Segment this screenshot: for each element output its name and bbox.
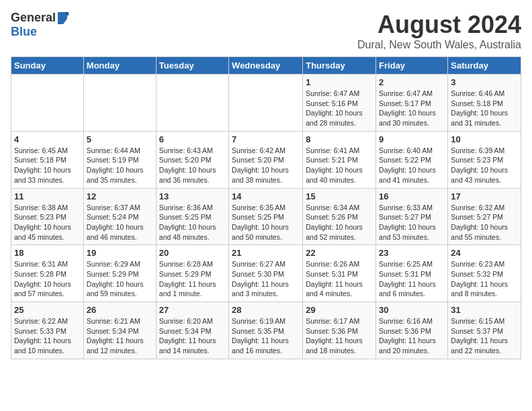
calendar-week-3: 11Sunrise: 6:38 AM Sunset: 5:23 PM Dayli… bbox=[11, 188, 521, 245]
day-number: 13 bbox=[159, 191, 226, 201]
calendar-cell: 5Sunrise: 6:44 AM Sunset: 5:19 PM Daylig… bbox=[83, 131, 156, 188]
day-info: Sunrise: 6:37 AM Sunset: 5:24 PM Dayligh… bbox=[87, 203, 153, 242]
day-number: 8 bbox=[306, 134, 373, 144]
calendar-week-4: 18Sunrise: 6:31 AM Sunset: 5:28 PM Dayli… bbox=[11, 245, 521, 302]
calendar-cell: 23Sunrise: 6:25 AM Sunset: 5:31 PM Dayli… bbox=[376, 245, 448, 302]
day-info: Sunrise: 6:32 AM Sunset: 5:27 PM Dayligh… bbox=[451, 203, 518, 242]
calendar-cell bbox=[11, 75, 84, 132]
calendar-cell: 26Sunrise: 6:21 AM Sunset: 5:34 PM Dayli… bbox=[83, 302, 156, 359]
day-number: 22 bbox=[306, 248, 373, 258]
day-number: 9 bbox=[379, 134, 445, 144]
day-number: 29 bbox=[306, 305, 373, 315]
day-number: 2 bbox=[379, 77, 445, 87]
day-info: Sunrise: 6:43 AM Sunset: 5:20 PM Dayligh… bbox=[159, 146, 226, 185]
calendar-week-2: 4Sunrise: 6:45 AM Sunset: 5:18 PM Daylig… bbox=[11, 131, 521, 188]
col-header-friday: Friday bbox=[376, 57, 448, 75]
calendar-cell: 1Sunrise: 6:47 AM Sunset: 5:16 PM Daylig… bbox=[303, 75, 376, 132]
day-number: 27 bbox=[159, 305, 226, 315]
logo-blue-text: Blue bbox=[11, 25, 37, 39]
day-number: 31 bbox=[451, 305, 518, 315]
day-info: Sunrise: 6:40 AM Sunset: 5:22 PM Dayligh… bbox=[379, 146, 445, 185]
calendar-cell: 2Sunrise: 6:47 AM Sunset: 5:17 PM Daylig… bbox=[376, 75, 448, 132]
day-number: 23 bbox=[379, 248, 445, 258]
calendar-cell: 12Sunrise: 6:37 AM Sunset: 5:24 PM Dayli… bbox=[83, 188, 156, 245]
calendar-cell: 30Sunrise: 6:16 AM Sunset: 5:36 PM Dayli… bbox=[376, 302, 448, 359]
calendar-cell: 18Sunrise: 6:31 AM Sunset: 5:28 PM Dayli… bbox=[11, 245, 84, 302]
calendar-cell: 15Sunrise: 6:34 AM Sunset: 5:26 PM Dayli… bbox=[303, 188, 376, 245]
day-info: Sunrise: 6:17 AM Sunset: 5:36 PM Dayligh… bbox=[306, 316, 373, 356]
svg-marker-0 bbox=[58, 12, 67, 24]
day-info: Sunrise: 6:34 AM Sunset: 5:26 PM Dayligh… bbox=[306, 203, 373, 242]
calendar-header-row: SundayMondayTuesdayWednesdayThursdayFrid… bbox=[11, 57, 521, 75]
day-info: Sunrise: 6:16 AM Sunset: 5:36 PM Dayligh… bbox=[379, 316, 445, 356]
day-info: Sunrise: 6:46 AM Sunset: 5:18 PM Dayligh… bbox=[451, 89, 518, 128]
day-number: 28 bbox=[232, 305, 300, 315]
calendar-cell: 14Sunrise: 6:35 AM Sunset: 5:25 PM Dayli… bbox=[229, 188, 303, 245]
day-info: Sunrise: 6:29 AM Sunset: 5:29 PM Dayligh… bbox=[87, 259, 153, 299]
calendar-cell: 21Sunrise: 6:27 AM Sunset: 5:30 PM Dayli… bbox=[229, 245, 303, 302]
day-info: Sunrise: 6:27 AM Sunset: 5:30 PM Dayligh… bbox=[232, 259, 300, 299]
calendar-cell: 8Sunrise: 6:41 AM Sunset: 5:21 PM Daylig… bbox=[303, 131, 376, 188]
day-number: 25 bbox=[14, 305, 81, 315]
calendar-table: SundayMondayTuesdayWednesdayThursdayFrid… bbox=[11, 56, 521, 359]
calendar-cell: 6Sunrise: 6:43 AM Sunset: 5:20 PM Daylig… bbox=[156, 131, 228, 188]
calendar-cell bbox=[156, 75, 228, 132]
col-header-saturday: Saturday bbox=[448, 57, 521, 75]
day-number: 30 bbox=[379, 305, 445, 315]
day-number: 3 bbox=[451, 77, 518, 87]
day-info: Sunrise: 6:25 AM Sunset: 5:31 PM Dayligh… bbox=[379, 259, 445, 299]
day-number: 6 bbox=[159, 134, 226, 144]
day-number: 16 bbox=[379, 191, 445, 201]
day-info: Sunrise: 6:39 AM Sunset: 5:23 PM Dayligh… bbox=[451, 146, 518, 185]
page-subtitle: Dural, New South Wales, Australia bbox=[357, 39, 521, 51]
day-number: 26 bbox=[87, 305, 153, 315]
page-title: August 2024 bbox=[357, 11, 521, 39]
col-header-monday: Monday bbox=[83, 57, 156, 75]
calendar-cell bbox=[229, 75, 303, 132]
calendar-cell: 10Sunrise: 6:39 AM Sunset: 5:23 PM Dayli… bbox=[448, 131, 521, 188]
day-info: Sunrise: 6:19 AM Sunset: 5:35 PM Dayligh… bbox=[232, 316, 300, 356]
day-info: Sunrise: 6:21 AM Sunset: 5:34 PM Dayligh… bbox=[87, 316, 153, 356]
page-header: General Blue August 2024 Dural, New Sout… bbox=[11, 11, 521, 51]
day-info: Sunrise: 6:38 AM Sunset: 5:23 PM Dayligh… bbox=[14, 203, 81, 242]
calendar-cell: 28Sunrise: 6:19 AM Sunset: 5:35 PM Dayli… bbox=[229, 302, 303, 359]
day-info: Sunrise: 6:31 AM Sunset: 5:28 PM Dayligh… bbox=[14, 259, 81, 299]
calendar-cell: 17Sunrise: 6:32 AM Sunset: 5:27 PM Dayli… bbox=[448, 188, 521, 245]
day-number: 17 bbox=[451, 191, 518, 201]
day-info: Sunrise: 6:23 AM Sunset: 5:32 PM Dayligh… bbox=[451, 259, 518, 299]
day-number: 14 bbox=[232, 191, 300, 201]
calendar-cell bbox=[83, 75, 156, 132]
day-info: Sunrise: 6:15 AM Sunset: 5:37 PM Dayligh… bbox=[451, 316, 518, 356]
day-number: 21 bbox=[232, 248, 300, 258]
col-header-wednesday: Wednesday bbox=[229, 57, 303, 75]
day-info: Sunrise: 6:45 AM Sunset: 5:18 PM Dayligh… bbox=[14, 146, 81, 185]
col-header-tuesday: Tuesday bbox=[156, 57, 228, 75]
day-info: Sunrise: 6:44 AM Sunset: 5:19 PM Dayligh… bbox=[87, 146, 153, 185]
calendar-cell: 11Sunrise: 6:38 AM Sunset: 5:23 PM Dayli… bbox=[11, 188, 84, 245]
day-number: 11 bbox=[14, 191, 81, 201]
calendar-week-1: 1Sunrise: 6:47 AM Sunset: 5:16 PM Daylig… bbox=[11, 75, 521, 132]
calendar-cell: 29Sunrise: 6:17 AM Sunset: 5:36 PM Dayli… bbox=[303, 302, 376, 359]
day-number: 24 bbox=[451, 248, 518, 258]
day-info: Sunrise: 6:47 AM Sunset: 5:16 PM Dayligh… bbox=[306, 89, 373, 128]
col-header-sunday: Sunday bbox=[11, 57, 84, 75]
calendar-week-5: 25Sunrise: 6:22 AM Sunset: 5:33 PM Dayli… bbox=[11, 302, 521, 359]
day-number: 1 bbox=[306, 77, 373, 87]
day-number: 12 bbox=[87, 191, 153, 201]
day-number: 19 bbox=[87, 248, 153, 258]
day-info: Sunrise: 6:26 AM Sunset: 5:31 PM Dayligh… bbox=[306, 259, 373, 299]
calendar-cell: 20Sunrise: 6:28 AM Sunset: 5:29 PM Dayli… bbox=[156, 245, 228, 302]
day-info: Sunrise: 6:35 AM Sunset: 5:25 PM Dayligh… bbox=[232, 203, 300, 242]
day-number: 7 bbox=[232, 134, 300, 144]
day-info: Sunrise: 6:28 AM Sunset: 5:29 PM Dayligh… bbox=[159, 259, 226, 299]
day-info: Sunrise: 6:22 AM Sunset: 5:33 PM Dayligh… bbox=[14, 316, 81, 356]
calendar-cell: 27Sunrise: 6:20 AM Sunset: 5:34 PM Dayli… bbox=[156, 302, 228, 359]
calendar-cell: 31Sunrise: 6:15 AM Sunset: 5:37 PM Dayli… bbox=[448, 302, 521, 359]
calendar-cell: 25Sunrise: 6:22 AM Sunset: 5:33 PM Dayli… bbox=[11, 302, 84, 359]
title-block: August 2024 Dural, New South Wales, Aust… bbox=[357, 11, 521, 51]
day-number: 10 bbox=[451, 134, 518, 144]
logo-general-text: General bbox=[11, 11, 56, 25]
calendar-cell: 7Sunrise: 6:42 AM Sunset: 5:20 PM Daylig… bbox=[229, 131, 303, 188]
day-info: Sunrise: 6:41 AM Sunset: 5:21 PM Dayligh… bbox=[306, 146, 373, 185]
calendar-cell: 13Sunrise: 6:36 AM Sunset: 5:25 PM Dayli… bbox=[156, 188, 228, 245]
